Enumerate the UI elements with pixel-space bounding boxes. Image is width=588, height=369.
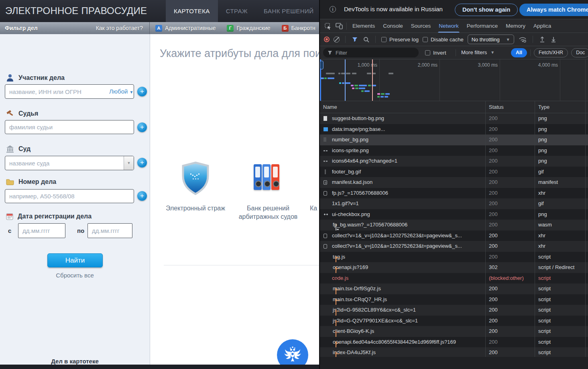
- request-initiator[interactable]: a: [585, 230, 588, 241]
- devtools-tab-console[interactable]: Console: [379, 19, 407, 33]
- filter-pill[interactable]: Fetch/XHR: [534, 48, 568, 57]
- court-select-arrow[interactable]: ▼: [124, 156, 134, 170]
- filter-toggle-button[interactable]: [351, 34, 358, 45]
- request-initiator[interactable]: V: [585, 252, 588, 263]
- network-request-row[interactable]: footer_bg.gif 200 gif la: [320, 167, 588, 177]
- request-initiator[interactable]: la: [585, 135, 588, 145]
- column-header-initiator[interactable]: In: [585, 101, 588, 113]
- network-request-row[interactable]: data:image/png;base... 200 png la: [320, 124, 588, 135]
- request-initiator[interactable]: la: [585, 198, 588, 209]
- devtools-tab-memory[interactable]: Memory: [502, 19, 529, 33]
- partial-service-label[interactable]: Ка: [310, 204, 319, 212]
- network-request-row[interactable]: js?id=G-Q2V7P901XE&cx=c&_slc=1 200 scrip…: [320, 316, 588, 326]
- judge-input[interactable]: [5, 120, 134, 134]
- network-request-row[interactable]: fp_bg.wasm?_=1705670688006 200 wasm V: [320, 220, 588, 230]
- network-request-row[interactable]: fp.js?_=1705670688006 200 xhr la: [320, 188, 588, 199]
- coat-of-arms-badge[interactable]: [277, 339, 308, 365]
- court-input[interactable]: [5, 156, 134, 170]
- add-case-number-button[interactable]: +: [137, 191, 147, 201]
- add-participant-button[interactable]: +: [137, 87, 147, 96]
- request-initiator[interactable]: la: [585, 156, 588, 167]
- network-request-row[interactable]: openapi.6ed04a4cc80655f4384429e1d969f6ff…: [320, 337, 588, 348]
- site-tab[interactable]: БАНК РЕШЕНИЙ: [256, 0, 319, 22]
- request-initiator[interactable]: V: [585, 220, 588, 230]
- add-court-button[interactable]: +: [137, 158, 147, 167]
- request-initiator[interactable]: u: [585, 113, 588, 124]
- throttling-dropdown[interactable]: No throttling ▼: [468, 35, 514, 44]
- search-button[interactable]: Найти: [47, 253, 103, 267]
- clear-network-log-button[interactable]: [334, 37, 340, 43]
- request-initiator[interactable]: m: [585, 294, 588, 305]
- request-initiator[interactable]: la: [585, 145, 588, 156]
- how-it-works-link[interactable]: Как это работает?: [96, 25, 143, 31]
- request-initiator[interactable]: o: [585, 337, 588, 348]
- decisions-bank-service[interactable]: [254, 164, 279, 190]
- reset-all-link[interactable]: Сбросить все: [0, 272, 150, 279]
- network-request-row[interactable]: collect?v=1&_v=j102&a=1202752623&t=pagev…: [320, 230, 588, 241]
- filter-pill[interactable]: Doc: [571, 48, 588, 57]
- device-toolbar-button[interactable]: [334, 21, 345, 31]
- devtools-tab-elements[interactable]: Elements: [348, 19, 379, 33]
- network-conditions-button[interactable]: [518, 34, 527, 45]
- network-request-row[interactable]: main.tsx-CRqQ7_HR.js 200 script m: [320, 294, 588, 305]
- electronic-guard-service[interactable]: [181, 161, 210, 197]
- import-har-button[interactable]: [539, 34, 546, 45]
- network-request-row[interactable]: ui-checkbox.png 200 png la: [320, 209, 588, 220]
- network-request-row[interactable]: client-BGioy6-K.js 200 script m: [320, 326, 588, 337]
- request-initiator[interactable]: la: [585, 124, 588, 135]
- column-header-status[interactable]: Status: [485, 101, 535, 113]
- network-request-row[interactable]: icons-sprite.png 200 png la: [320, 145, 588, 156]
- network-filter-input[interactable]: Filter: [323, 48, 419, 57]
- case-tab[interactable]: ААдминистративные: [155, 25, 216, 32]
- match-language-button[interactable]: Always match Chrome's: [519, 4, 588, 16]
- site-tab[interactable]: КАРТОТЕКА: [166, 0, 218, 22]
- request-initiator[interactable]: a: [585, 305, 588, 316]
- electronic-guard-label[interactable]: Электронный страж: [155, 204, 236, 212]
- preserve-log-toggle[interactable]: Preserve log: [381, 37, 419, 43]
- network-request-row[interactable]: index-DA4uJ5Kf.js 200 script m: [320, 347, 588, 357]
- network-request-row[interactable]: tag.js 200 script V: [320, 252, 588, 263]
- devtools-tab-sources[interactable]: Sources: [407, 19, 435, 33]
- network-overview[interactable]: 1,000 ms2,000 ms3,000 ms4,000 ms: [320, 59, 588, 101]
- devtools-tab-performance[interactable]: Performance: [463, 19, 502, 33]
- network-request-row[interactable]: js?id=G-9582CL89Y6&cx=c&_slc=1 200 scrip…: [320, 305, 588, 316]
- record-network-log-button[interactable]: [324, 37, 330, 42]
- network-request-row[interactable]: manifest.kad.json 200 manifest (i: [320, 177, 588, 188]
- participant-type-dropdown[interactable]: Любой ▼: [109, 88, 133, 95]
- inspect-element-button[interactable]: [322, 21, 334, 31]
- date-to-input[interactable]: [87, 223, 132, 238]
- network-request-row[interactable]: icons64x64.png?changed=1 200 png la: [320, 156, 588, 167]
- network-request-row[interactable]: code.js (blocked:other) script V: [320, 273, 588, 284]
- more-filters-dropdown[interactable]: More filters ▼: [461, 49, 494, 55]
- request-initiator[interactable]: V: [585, 273, 588, 284]
- column-header-type[interactable]: Type: [535, 101, 585, 113]
- export-har-button[interactable]: [550, 34, 557, 45]
- request-initiator[interactable]: m: [585, 283, 588, 294]
- network-request-row[interactable]: 1x1.gif?v=1 200 gif la: [320, 198, 588, 209]
- add-judge-button[interactable]: +: [137, 122, 147, 132]
- request-initiator[interactable]: la: [585, 167, 588, 177]
- request-initiator[interactable]: la: [585, 188, 588, 199]
- date-from-input[interactable]: [18, 223, 65, 238]
- filter-pill[interactable]: All: [511, 48, 527, 57]
- request-initiator[interactable]: a: [585, 241, 588, 252]
- network-request-row[interactable]: collect?v=1&_v=j102&a=1202752623&t=pagev…: [320, 241, 588, 252]
- case-tab[interactable]: ББанкротн: [282, 25, 315, 32]
- search-button[interactable]: [362, 34, 370, 45]
- request-initiator[interactable]: la: [585, 209, 588, 220]
- devtools-tab-network[interactable]: Network: [435, 19, 463, 33]
- case-number-input[interactable]: [5, 189, 134, 203]
- site-tab[interactable]: СТРАЖ: [218, 0, 256, 22]
- invert-filter-toggle[interactable]: Invert: [425, 50, 446, 56]
- overview-handle[interactable]: [320, 61, 324, 69]
- network-request-row[interactable]: suggest-button-bg.png 200 png u: [320, 113, 588, 124]
- dont-show-again-button[interactable]: Don't show again: [455, 4, 518, 16]
- request-initiator[interactable]: (i: [585, 177, 588, 188]
- network-request-row[interactable]: openapi.js?169 302 script / Redirect V: [320, 262, 588, 273]
- devtools-tab-applica[interactable]: Applica: [529, 19, 555, 33]
- disable-cache-toggle[interactable]: Disable cache: [423, 37, 464, 43]
- request-initiator[interactable]: V: [585, 262, 588, 273]
- network-request-row[interactable]: main.tsx-Drf9Sg0z.js 200 script m: [320, 283, 588, 294]
- request-initiator[interactable]: a: [585, 316, 588, 326]
- case-tab[interactable]: ГГражданские: [227, 25, 270, 32]
